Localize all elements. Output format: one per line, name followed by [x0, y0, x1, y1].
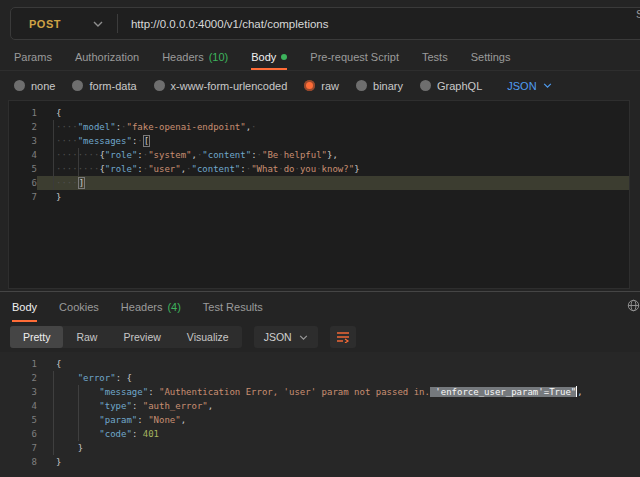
- json-string: "None": [148, 415, 181, 425]
- radio-label: binary: [373, 80, 403, 92]
- language-dropdown[interactable]: JSON: [507, 80, 551, 92]
- tab-test-results[interactable]: Test Results: [203, 292, 263, 322]
- tab-cookies[interactable]: Cookies: [59, 292, 99, 322]
- json-string: "system": [148, 150, 191, 160]
- line-number: 4: [0, 399, 37, 413]
- whitespace: ····: [56, 122, 78, 132]
- unsaved-changes-dot: [281, 54, 287, 60]
- code-line[interactable]: 4 "type": "auth_error",: [0, 399, 640, 413]
- json-key: "message": [99, 387, 148, 397]
- body-type-binary[interactable]: binary: [356, 80, 403, 92]
- code-line[interactable]: 3····"messages":·[: [9, 134, 629, 148]
- tab-settings[interactable]: Settings: [471, 44, 511, 70]
- code-line[interactable]: 6····]: [9, 176, 629, 190]
- line-number: 2: [9, 120, 37, 134]
- view-switcher: PrettyRawPreviewVisualize: [10, 326, 242, 348]
- view-raw[interactable]: Raw: [63, 326, 110, 348]
- json-key: "role": [105, 164, 138, 174]
- whitespace-dot: ·: [251, 122, 256, 132]
- tab-body[interactable]: Body: [251, 44, 287, 70]
- whitespace: [56, 443, 78, 453]
- code-content: }: [37, 190, 629, 204]
- line-number: 7: [0, 441, 37, 455]
- tab-label: Test Results: [203, 301, 263, 313]
- tab-label: Tests: [422, 51, 448, 63]
- view-preview[interactable]: Preview: [110, 326, 173, 348]
- tab-label: Params: [14, 51, 52, 63]
- code-line[interactable]: 4········{"role":·"system",·"content":·"…: [9, 148, 629, 162]
- radio-circle-icon: [14, 80, 25, 91]
- code-content: {: [37, 106, 629, 120]
- language-label: JSON: [507, 80, 536, 92]
- tab-tests[interactable]: Tests: [422, 44, 448, 70]
- tab-count-badge: (4): [167, 301, 180, 313]
- tab-count-badge: (10): [209, 51, 229, 63]
- tab-params[interactable]: Params: [14, 44, 52, 70]
- whitespace: ····: [56, 178, 78, 188]
- code-line[interactable]: 5········{"role":·"user",·"content":·"Wh…: [9, 162, 629, 176]
- tab-headers[interactable]: Headers(4): [121, 292, 181, 322]
- json-key: "model": [78, 122, 116, 132]
- code-line[interactable]: 3 "message": "Authentication Error, 'use…: [0, 385, 640, 399]
- code-content: }: [37, 441, 640, 455]
- globe-icon[interactable]: [627, 298, 640, 316]
- chevron-down-icon: [543, 83, 552, 88]
- indent-guide: [53, 120, 54, 190]
- response-language-dropdown[interactable]: JSON: [254, 326, 318, 348]
- code-line[interactable]: 1{: [0, 357, 640, 371]
- json-number: 401: [143, 429, 159, 439]
- code-line[interactable]: 5 "param": "None",: [0, 413, 640, 427]
- line-number: 3: [0, 385, 37, 399]
- code-line[interactable]: 6 "code": 401: [0, 427, 640, 441]
- line-number: 1: [9, 106, 37, 120]
- body-type-graphql[interactable]: GraphQL: [420, 80, 482, 92]
- body-type-x-www-form-urlencoded[interactable]: x-www-form-urlencoded: [154, 80, 288, 92]
- json-string: "What·do·you·know?": [251, 164, 354, 174]
- tab-label: Pre-request Script: [310, 51, 399, 63]
- body-type-raw[interactable]: raw: [304, 80, 339, 92]
- code-line[interactable]: 2 "error": {: [0, 371, 640, 385]
- chevron-down-icon: [299, 335, 308, 340]
- punctuation: }: [354, 164, 359, 174]
- radio-label: form-data: [89, 80, 136, 92]
- code-line[interactable]: 8}: [0, 455, 640, 469]
- tab-headers[interactable]: Headers(10): [162, 44, 228, 70]
- body-type-form-data[interactable]: form-data: [72, 80, 136, 92]
- json-string: "Be·helpful": [262, 150, 327, 160]
- punctuation: }: [56, 192, 61, 202]
- code-content: ····"messages":·[: [37, 134, 629, 148]
- tab-label: Headers: [121, 301, 163, 313]
- code-line[interactable]: 2····"model":·"fake-openai-endpoint",·: [9, 120, 629, 134]
- request-editor[interactable]: 1{2····"model":·"fake-openai-endpoint",·…: [8, 100, 630, 289]
- code-line[interactable]: 7}: [9, 190, 629, 204]
- wrap-text-button[interactable]: [330, 326, 356, 348]
- code-line[interactable]: 7 }: [0, 441, 640, 455]
- line-number: 5: [0, 413, 37, 427]
- tab-authorization[interactable]: Authorization: [75, 44, 139, 70]
- response-editor[interactable]: 1{2 "error": {3 "message": "Authenticati…: [0, 352, 640, 477]
- code-content: }: [37, 455, 640, 469]
- tab-pre-request-script[interactable]: Pre-request Script: [310, 44, 399, 70]
- whitespace-dot: ·: [278, 150, 283, 160]
- body-type-none[interactable]: none: [14, 80, 55, 92]
- radio-circle-icon: [72, 80, 83, 91]
- selected-text: 'enforce_user_param'=True": [430, 387, 576, 397]
- view-pretty[interactable]: Pretty: [10, 326, 63, 348]
- radio-label: raw: [321, 80, 339, 92]
- code-line[interactable]: 1{: [9, 106, 629, 120]
- view-visualize[interactable]: Visualize: [174, 326, 242, 348]
- indent-guide: [78, 148, 79, 176]
- method-selector[interactable]: POST: [11, 18, 61, 30]
- chevron-down-icon[interactable]: [93, 21, 103, 27]
- code-content: "error": {: [37, 371, 640, 385]
- punctuation: ,: [208, 401, 213, 411]
- line-number: 6: [9, 176, 37, 190]
- divider: [117, 14, 118, 33]
- json-key: "type": [99, 401, 132, 411]
- request-url-bar: POST http://0.0.0.0:4000/v1/chat/complet…: [0, 0, 640, 44]
- request-tabs: ParamsAuthorizationHeaders(10)BodyPre-re…: [0, 44, 640, 71]
- indent-guide: [53, 371, 54, 455]
- url-input[interactable]: http://0.0.0.0:4000/v1/chat/completions: [131, 18, 329, 30]
- tab-body[interactable]: Body: [12, 292, 37, 322]
- tab-label: Cookies: [59, 301, 99, 313]
